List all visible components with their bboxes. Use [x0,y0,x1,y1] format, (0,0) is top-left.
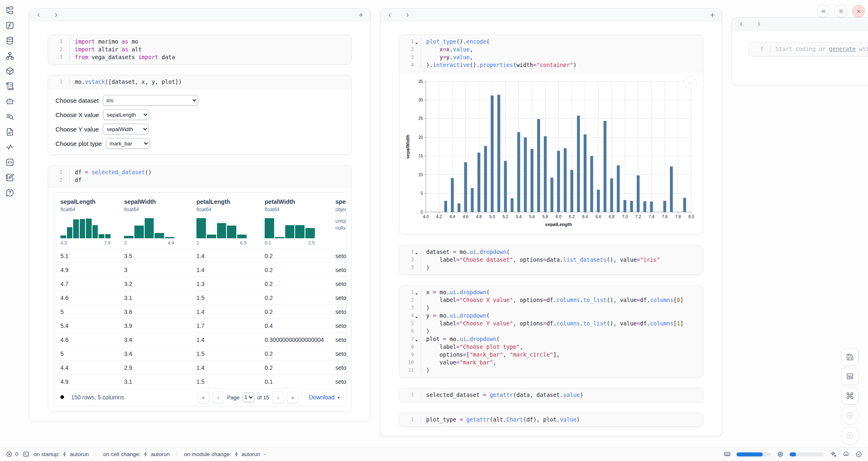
code-line[interactable]: selected_dataset = getattr(data, dataset… [426,391,583,399]
settings-button[interactable] [835,5,847,17]
code-line[interactable]: df [75,176,81,184]
ai-sparkles-icon[interactable] [830,451,837,458]
download-button[interactable]: Download [309,394,341,401]
code-line[interactable]: plot_type().encode( [426,38,489,46]
bar-chart-svg[interactable]: 4.04.24.44.64.85.05.25.45.65.86.06.26.46… [404,77,697,229]
search-icon[interactable] [59,394,66,401]
next-page-button[interactable]: › [272,392,284,403]
command-palette-button[interactable] [841,387,859,404]
code-cell-vstack[interactable]: 1mo.vstack([dataset, x, y, plot]) Choose… [48,75,352,155]
stop-button[interactable] [841,406,859,424]
table-row[interactable]: 53.61.40.2setosa [54,304,346,318]
previous-page-button[interactable]: ‹ [212,392,224,403]
code-line[interactable]: mo.vstack([dataset, x, y, plot]) [75,78,182,86]
add-cell-icon[interactable] [709,12,716,18]
table-row[interactable]: 4.63.11.50.2setosa [54,290,346,304]
code-line[interactable]: label="Choose plot type", [426,343,523,351]
code-line[interactable]: value="mark_bar", [426,359,496,366]
first-page-button[interactable]: « [197,392,209,403]
code-cell-xy-plot-dropdowns[interactable]: 1x = mo.ui.dropdown(2 label="Choose X va… [399,285,703,378]
sidebar-text-search-button[interactable] [5,112,14,121]
code-line[interactable]: ) [426,264,429,272]
menu-button[interactable] [817,5,829,17]
sidebar-activity-button[interactable] [5,143,14,152]
run-mode-on-startup[interactable]: on startup: autorun [34,451,89,457]
chevron-right-icon[interactable] [404,12,411,18]
layout-button[interactable] [841,368,859,385]
code-cell-selected-dataset[interactable]: 1selected_dataset = getattr(data, datase… [399,388,703,402]
sidebar-function-square-button[interactable] [5,21,14,30]
sidebar-scroll-text-button[interactable] [5,82,14,91]
code-cell-imports[interactable]: 1import marimo as mo2import altair as al… [48,35,352,65]
table-row[interactable]: 4.63.41.40.30000000000000004setosa [54,332,346,346]
dropdown-choose-dataset[interactable]: iris [103,95,198,106]
connection-status-icon[interactable] [855,451,862,458]
column-header[interactable]: petalLengthfloat6416.9 [190,193,259,249]
sidebar-package-button[interactable] [5,67,14,76]
run-mode-on-cell-change[interactable]: on cell change: autorun [103,451,170,457]
table-row[interactable]: 4.93.11.50.1setosa [54,374,346,388]
copilot-icon[interactable] [843,451,850,458]
sidebar-code-box-button[interactable] [5,158,14,167]
table-row[interactable]: 4.42.91.40.2setosa [54,360,346,374]
dropdown-choose-y-value[interactable]: sepalWidth [103,124,149,134]
sidebar-network-button[interactable] [5,51,14,60]
sidebar-notebook-pen-button[interactable] [5,173,14,182]
add-cell-icon[interactable] [358,12,364,18]
close-button[interactable] [852,5,865,17]
column-header[interactable]: petalWidthfloat640.12.5 [259,193,329,249]
chevron-right-icon[interactable] [53,12,59,18]
code-line[interactable]: ) [426,366,429,374]
code-cell-dataset-dropdown[interactable]: 1dataset = mo.ui.dropdown(2 label="Choos… [399,245,703,275]
code-line[interactable]: x=x.value, [426,46,473,53]
code-placeholder[interactable]: Start coding or generate with AI [776,45,868,53]
chevron-left-icon[interactable] [35,12,42,18]
chart-actions-button[interactable] [684,76,697,90]
code-line[interactable]: y=y.value, [426,53,473,61]
code-line[interactable]: label="Choose Y value", options=df.colum… [426,320,683,327]
table-row[interactable]: 4.73.21.30.2setosa [54,277,346,290]
column-header[interactable]: speciesobjectuniquenulls: [329,193,346,249]
code-line[interactable]: import marimo as mo [75,38,138,46]
sidebar-bot-message-button[interactable] [5,97,14,106]
dropdown-choose-x-value[interactable]: sepalLength [103,109,149,120]
code-cell-dataframe[interactable]: 1df = selected_dataset()2df sepalLengthf… [48,165,352,412]
code-cell-plot-type[interactable]: 1plot_type = getattr(alt.Chart(df), plot… [399,413,703,427]
code-line[interactable]: dataset = mo.ui.dropdown( [426,248,510,256]
code-line[interactable]: df = selected_dataset() [75,168,152,176]
chevron-left-icon[interactable] [387,12,393,18]
code-line[interactable]: label="Choose X value", options=df.colum… [426,296,683,304]
code-line[interactable]: x = mo.ui.dropdown( [426,288,490,296]
code-line[interactable]: plot_type = getattr(alt.Chart(df), plot.… [426,416,580,424]
code-line[interactable]: plot = mo.ui.dropdown( [426,335,500,343]
code-line[interactable]: label="Choose dataset", options=data.lis… [426,256,660,264]
sidebar-file-tree-button[interactable] [5,6,14,15]
sidebar-file-text-button[interactable] [5,127,14,136]
table-row[interactable]: 5.43.91.70.4setosa [54,318,346,332]
empty-code-cell[interactable]: 1 Start coding or generate with AI [748,42,868,56]
dropdown-choose-plot-type[interactable]: mark_bar [106,138,150,149]
code-line[interactable]: ) [426,327,429,335]
run-button[interactable] [841,426,859,445]
column-header[interactable]: sepalLengthfloat644.37.9 [54,193,118,249]
table-row[interactable]: 5.13.51.40.2setosa [54,249,346,263]
generate-with-ai-link[interactable]: generate [829,46,856,52]
last-page-button[interactable]: » [287,392,299,403]
altair-bar-chart[interactable]: 4.04.24.44.64.85.05.25.45.65.86.06.26.46… [404,77,698,231]
code-line[interactable]: y = mo.ui.dropdown( [426,312,490,320]
chevron-left-icon[interactable] [738,21,744,27]
code-line[interactable]: options=["mark_bar", "mark_circle"], [426,351,560,359]
code-line[interactable]: from vega_datasets import data [75,53,175,61]
run-mode-on-module-change[interactable]: on module change: autorun [184,451,268,457]
code-line[interactable]: ).interactive().properties(width="contai… [426,61,577,69]
page-select[interactable]: 1 [242,392,254,402]
code-line[interactable]: import altair as alt [75,46,142,53]
code-line[interactable]: ) [426,304,429,312]
table-row[interactable]: 4.931.40.2setosa [54,263,346,277]
code-cell-plot[interactable]: 1plot_type().encode(2 x=x.value,3 y=y.va… [399,35,703,235]
save-button[interactable] [841,348,859,366]
sidebar-help-bubble-button[interactable] [5,188,14,197]
column-header[interactable]: sepalWidthfloat6424.4 [118,193,190,249]
sidebar-database-button[interactable] [5,36,14,45]
chevron-right-icon[interactable] [756,21,762,27]
